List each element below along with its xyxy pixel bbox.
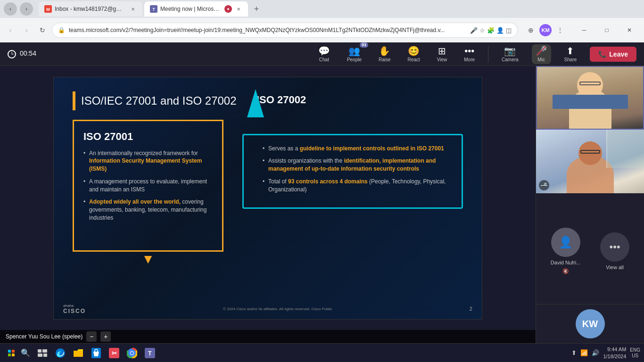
- more-button[interactable]: ••• More: [460, 44, 479, 64]
- svg-text:T: T: [152, 7, 155, 12]
- kw-section: KW: [536, 304, 644, 343]
- network-icon[interactable]: ⬆: [571, 349, 577, 356]
- volume-icon[interactable]: 🔊: [592, 349, 599, 356]
- meeting-main-area: ISO/IEC 27001 and ISO 27002 ISO 27001 An…: [0, 66, 644, 343]
- gmail-tab-close[interactable]: ✕: [129, 5, 137, 13]
- teams-tab-close[interactable]: ✕: [235, 5, 242, 13]
- view-all-participant[interactable]: ••• View all: [600, 232, 629, 270]
- clock-date: 1/18/2024: [603, 353, 626, 360]
- language-indicator[interactable]: ENG US: [630, 347, 640, 359]
- wifi-icon[interactable]: 📶: [580, 349, 588, 356]
- new-tab-button[interactable]: +: [250, 2, 263, 16]
- minimize-button[interactable]: ─: [573, 24, 595, 37]
- windows-logo: [8, 350, 15, 356]
- view-icon: ⊞: [438, 46, 446, 56]
- gmail-tab-title: Inbox - kmw1481972@gmail.com: [55, 6, 126, 12]
- iso27002-bullet3: Total of 93 controls across 4 domains (P…: [263, 178, 452, 194]
- store-app[interactable]: [88, 345, 105, 362]
- view-button[interactable]: ⊞ View: [433, 44, 451, 64]
- meeting-timer: 00:54: [8, 49, 36, 58]
- david-avatar: 👤: [551, 228, 580, 257]
- task-view-button[interactable]: [34, 345, 51, 362]
- profile-switcher-icon[interactable]: 👤: [496, 27, 504, 34]
- clock-display[interactable]: 9:44 AM 1/18/2024: [603, 346, 626, 360]
- chat-button[interactable]: 💬 Chat: [314, 44, 334, 64]
- participant-avatars-section: 👤 David Nufri... 🔇 ••• View all: [536, 193, 644, 304]
- right-panel: 🎤 👤 David Nufri... 🔇 •••: [536, 66, 644, 343]
- raise-icon: ✋: [379, 46, 390, 56]
- presentation-slide: ISO/IEC 27001 and ISO 27002 ISO 27001 An…: [53, 77, 482, 320]
- file-explorer-app[interactable]: [70, 345, 87, 362]
- iso27001-bullet3: Adopted widely all over the world, cover…: [83, 198, 213, 222]
- reload-button[interactable]: ↻: [36, 24, 49, 37]
- address-bar[interactable]: 🔒 teams.microsoft.com/v2/?meetingJoin=tr…: [52, 23, 518, 38]
- browser-menu-button[interactable]: ⋮: [553, 24, 567, 37]
- person2-head: [578, 141, 602, 165]
- snip-app[interactable]: ✂: [106, 345, 123, 362]
- participant-video-2: 🎤: [536, 130, 644, 193]
- back-nav-button[interactable]: ‹: [4, 24, 17, 37]
- forward-button[interactable]: ›: [20, 2, 33, 16]
- slide-container: ISO/IEC 27001 and ISO 27002 ISO 27001 An…: [0, 66, 536, 330]
- react-label: React: [408, 57, 420, 62]
- raise-button[interactable]: ✋ Raise: [375, 44, 395, 64]
- teams-notification-dot: ●: [224, 5, 232, 13]
- edge-app[interactable]: [52, 345, 69, 362]
- back-button[interactable]: ‹: [4, 2, 17, 16]
- sidebar-toggle-icon[interactable]: ◫: [506, 27, 512, 34]
- share-button[interactable]: ⬆ Share: [561, 44, 581, 64]
- react-button[interactable]: 😊 React: [404, 44, 424, 64]
- kw-avatar: KW: [576, 309, 605, 338]
- iso27002-box: Serves as a guideline to implement contr…: [242, 134, 463, 209]
- people-count-badge: 93: [360, 42, 368, 48]
- person1-head: [577, 72, 603, 98]
- taskbar-search-button[interactable]: 🔍: [19, 346, 32, 360]
- user-profile-avatar[interactable]: KM: [539, 24, 552, 36]
- iso27002-bullet1: Serves as a guideline to implement contr…: [263, 145, 452, 153]
- slide-header-accent: [73, 91, 75, 110]
- teams-favicon: T: [150, 5, 157, 13]
- video-bg-2: 🎤: [536, 130, 644, 193]
- people-button[interactable]: 👥 93 People: [343, 44, 365, 64]
- url-text: teams.microsoft.com/v2/?meetingJoin=true…: [69, 27, 466, 33]
- iso27001-isms-highlight: Information Security Management System (…: [89, 157, 202, 172]
- copyright-text: © 2024 Cisco and/or its affiliates. All …: [223, 307, 332, 311]
- cisco-dots: ahaha: [63, 304, 74, 308]
- expand-presenter-button[interactable]: +: [100, 331, 111, 342]
- camera-button[interactable]: 📷 Camera: [498, 44, 522, 64]
- presenter-name: Spencer Yuu Sou Lee (spelee): [6, 333, 83, 340]
- share-icon: ⬆: [566, 46, 574, 56]
- iso27001-bullet1: An internationally recognized framework …: [83, 149, 213, 173]
- taskbar: 🔍 ✂ T ⬆ 📶 🔊: [0, 343, 644, 362]
- extensions-icon[interactable]: 🧩: [487, 27, 495, 34]
- view-all-label[interactable]: View all: [606, 264, 624, 270]
- camera-icon: 📷: [504, 46, 516, 56]
- muted-mic-icon: 🎤: [541, 182, 547, 189]
- leave-phone-icon: 📞: [598, 50, 606, 58]
- leave-button[interactable]: 📞 Leave: [590, 47, 636, 62]
- teams-tab-title: Meeting now | Microsoft Teams: [160, 6, 222, 12]
- more-icon: •••: [464, 46, 474, 56]
- gmail-tab[interactable]: M Inbox - kmw1481972@gmail.com ✕: [39, 1, 142, 16]
- raise-label: Raise: [379, 57, 391, 62]
- glasses: [579, 82, 601, 85]
- teams-tab[interactable]: T Meeting now | Microsoft Teams ● ✕: [144, 1, 248, 16]
- chrome-app[interactable]: [124, 345, 140, 362]
- svg-text:T: T: [148, 350, 152, 357]
- close-button[interactable]: ✕: [619, 24, 640, 37]
- view-all-avatar[interactable]: •••: [600, 232, 629, 262]
- david-name: David Nufri...: [551, 260, 581, 265]
- meeting-controls: 💬 Chat 👥 93 People ✋ Raise 😊 React: [314, 44, 636, 64]
- minimize-presenter-button[interactable]: −: [86, 331, 97, 342]
- forward-nav-button[interactable]: ›: [20, 24, 33, 37]
- iso27001-heading: ISO 27001: [83, 131, 213, 143]
- teams-app[interactable]: T: [141, 345, 158, 362]
- start-button[interactable]: [4, 346, 19, 361]
- bookmark-icon[interactable]: ☆: [479, 27, 485, 34]
- extensions-button[interactable]: ⊕: [524, 24, 537, 37]
- mic-button[interactable]: 🎤 Mic: [532, 44, 551, 64]
- lang-us: US: [632, 353, 638, 359]
- camera-label: Camera: [502, 57, 519, 62]
- lock-icon: 🔒: [58, 27, 65, 33]
- maximize-button[interactable]: □: [596, 24, 618, 37]
